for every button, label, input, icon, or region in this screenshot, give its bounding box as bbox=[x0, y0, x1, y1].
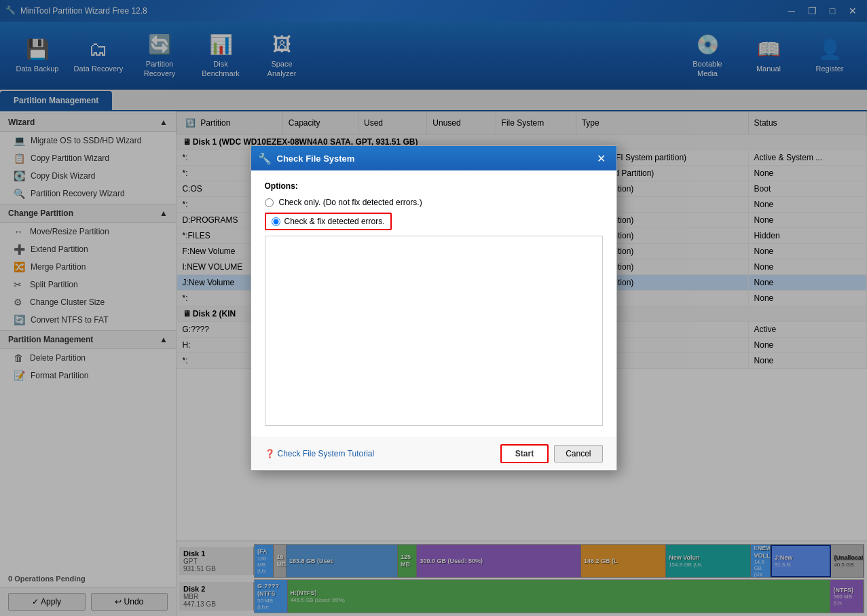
check-file-system-modal: 🔧 Check File System ✕ Options: Check onl… bbox=[251, 145, 617, 471]
modal-icon: 🔧 bbox=[258, 152, 272, 165]
modal-close-button[interactable]: ✕ bbox=[593, 150, 610, 166]
radio-option-check-only[interactable]: Check only. (Do not fix detected errors.… bbox=[265, 198, 603, 207]
options-label: Options: bbox=[265, 181, 603, 191]
radio-check-fix[interactable] bbox=[272, 217, 280, 226]
help-icon: ❓ bbox=[265, 449, 275, 458]
modal-output-area bbox=[265, 236, 603, 426]
tutorial-link[interactable]: ❓ Check File System Tutorial bbox=[265, 449, 375, 458]
modal-footer: ❓ Check File System Tutorial Start Cance… bbox=[251, 437, 616, 470]
modal-titlebar: 🔧 Check File System ✕ bbox=[251, 146, 616, 170]
modal-body: Options: Check only. (Do not fix detecte… bbox=[251, 170, 616, 437]
radio-check-only[interactable] bbox=[265, 198, 274, 207]
radio-check-fix-selected: Check & fix detected errors. bbox=[265, 213, 392, 230]
tutorial-link-label: Check File System Tutorial bbox=[278, 449, 375, 458]
modal-overlay: 🔧 Check File System ✕ Options: Check onl… bbox=[0, 0, 867, 616]
cancel-label: Cancel bbox=[566, 449, 591, 458]
radio-check-fix-label: Check & fix detected errors. bbox=[284, 217, 385, 226]
radio-option-check-fix[interactable]: Check & fix detected errors. bbox=[265, 213, 603, 230]
cancel-button[interactable]: Cancel bbox=[554, 445, 602, 463]
modal-title: Check File System bbox=[277, 153, 355, 164]
radio-check-only-label: Check only. (Do not fix detected errors.… bbox=[279, 198, 422, 207]
start-button[interactable]: Start bbox=[500, 444, 549, 463]
start-label: Start bbox=[515, 449, 534, 458]
